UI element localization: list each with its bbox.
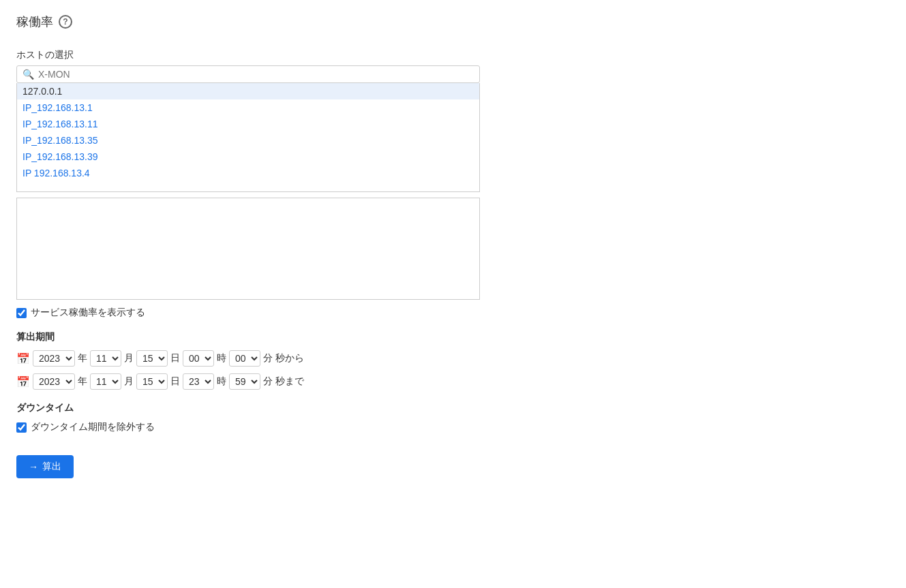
calendar-from-icon[interactable]: 📅 (16, 352, 30, 365)
to-suffix: 秒まで (275, 375, 304, 388)
help-icon[interactable]: ? (59, 15, 72, 29)
day-unit-to: 日 (170, 375, 180, 388)
to-day-select[interactable]: 0102030405060708091011121314151617181920… (136, 373, 168, 390)
service-checkbox-label[interactable]: サービス稼働率を表示する (31, 307, 145, 319)
list-item[interactable]: IP_192.168.13.1 (17, 99, 479, 116)
list-item[interactable]: IP 192.168.13.4 (17, 165, 479, 181)
host-section-label: ホストの選択 (16, 49, 890, 61)
service-checkbox[interactable] (16, 308, 27, 318)
year-unit-from: 年 (78, 352, 87, 365)
from-hour-select[interactable]: 0001020304050607080910111213141516171819… (183, 350, 214, 367)
arrow-icon: → (29, 461, 38, 472)
hour-unit-to: 時 (217, 375, 226, 388)
host-section: ホストの選択 🔍 127.0.0.1IP_192.168.13.1IP_192.… (16, 49, 890, 192)
minute-unit-from: 分 (263, 352, 273, 365)
search-icon: 🔍 (22, 69, 34, 80)
downtime-checkbox-label[interactable]: ダウンタイム期間を除外する (31, 421, 155, 433)
from-year-select[interactable]: 2021202220232024 (33, 350, 75, 367)
to-year-select[interactable]: 2021202220232024 (33, 373, 75, 390)
month-unit-to: 月 (124, 375, 134, 388)
from-suffix: 秒から (275, 352, 304, 365)
day-unit-from: 日 (170, 352, 180, 365)
list-item[interactable]: IP_192.168.13.39 (17, 149, 479, 165)
month-unit-from: 月 (124, 352, 134, 365)
downtime-checkbox[interactable] (16, 422, 27, 433)
year-unit-to: 年 (78, 375, 87, 388)
calendar-to-icon[interactable]: 📅 (16, 375, 30, 388)
page-title-row: 稼働率 ? (16, 14, 890, 30)
search-input[interactable] (38, 69, 474, 80)
to-minute-select[interactable]: 0001020304050607080910111213141516171819… (229, 373, 260, 390)
list-item[interactable]: IP_192.168.13.35 (17, 132, 479, 149)
service-list[interactable] (16, 198, 480, 300)
to-month-select[interactable]: 010203040506070809101112 (90, 373, 121, 390)
from-month-select[interactable]: 010203040506070809101112 (90, 350, 121, 367)
page-title: 稼働率 (16, 14, 53, 30)
minute-unit-to: 分 (263, 375, 273, 388)
from-datetime-row: 📅 2021202220232024 年 0102030405060708091… (16, 350, 890, 367)
host-list[interactable]: 127.0.0.1IP_192.168.13.1IP_192.168.13.11… (16, 83, 480, 192)
downtime-checkbox-row: ダウンタイム期間を除外する (16, 421, 890, 433)
to-datetime-row: 📅 2021202220232024 年 0102030405060708091… (16, 373, 890, 390)
period-section-label: 算出期間 (16, 331, 890, 343)
hour-unit-from: 時 (217, 352, 226, 365)
list-item[interactable]: IP_192.168.13.11 (17, 116, 479, 132)
downtime-section: ダウンタイム ダウンタイム期間を除外する → 算出 (16, 402, 890, 478)
service-checkbox-row: サービス稼働率を表示する (16, 307, 890, 319)
to-hour-select[interactable]: 0001020304050607080910111213141516171819… (183, 373, 214, 390)
search-box: 🔍 (16, 65, 480, 83)
calc-button-label: 算出 (42, 461, 61, 473)
calc-button[interactable]: → 算出 (16, 455, 74, 478)
list-item[interactable]: 127.0.0.1 (17, 83, 479, 99)
from-minute-select[interactable]: 0001020304050607080910111213141516171819… (229, 350, 260, 367)
from-day-select[interactable]: 0102030405060708091011121314151617181920… (136, 350, 168, 367)
downtime-section-label: ダウンタイム (16, 402, 890, 414)
period-section: 算出期間 📅 2021202220232024 年 01020304050607… (16, 331, 890, 390)
